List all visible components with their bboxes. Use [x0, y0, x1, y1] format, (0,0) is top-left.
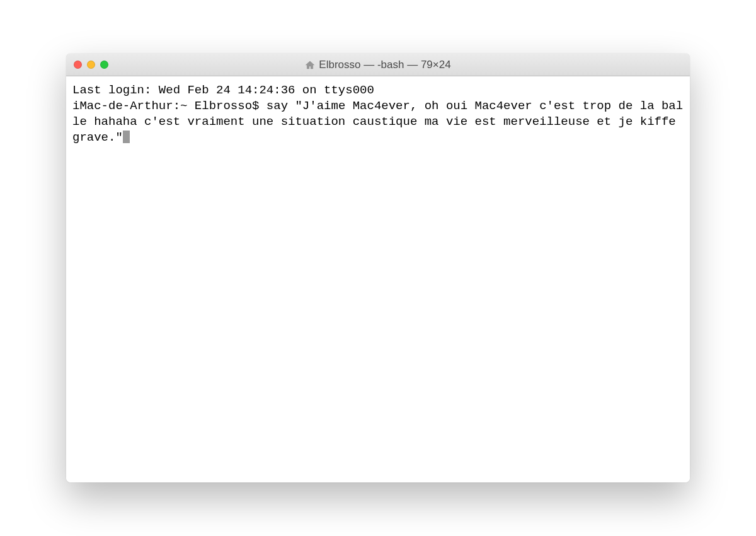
- cursor: [123, 131, 130, 143]
- minimize-button[interactable]: [87, 61, 95, 69]
- terminal-window: Elbrosso — -bash — 79×24 Last login: Wed…: [66, 54, 690, 482]
- window-controls: [74, 61, 108, 69]
- home-folder-icon: [305, 60, 315, 70]
- window-title-text: Elbrosso — -bash — 79×24: [319, 59, 450, 71]
- last-login-line: Last login: Wed Feb 24 14:24:36 on ttys0…: [72, 83, 374, 97]
- maximize-button[interactable]: [100, 61, 108, 69]
- terminal-content[interactable]: Last login: Wed Feb 24 14:24:36 on ttys0…: [66, 76, 690, 482]
- titlebar[interactable]: Elbrosso — -bash — 79×24: [66, 54, 690, 76]
- close-button[interactable]: [74, 61, 82, 69]
- window-title: Elbrosso — -bash — 79×24: [66, 59, 690, 71]
- prompt: iMac-de-Arthur:~ Elbrosso$: [72, 99, 266, 113]
